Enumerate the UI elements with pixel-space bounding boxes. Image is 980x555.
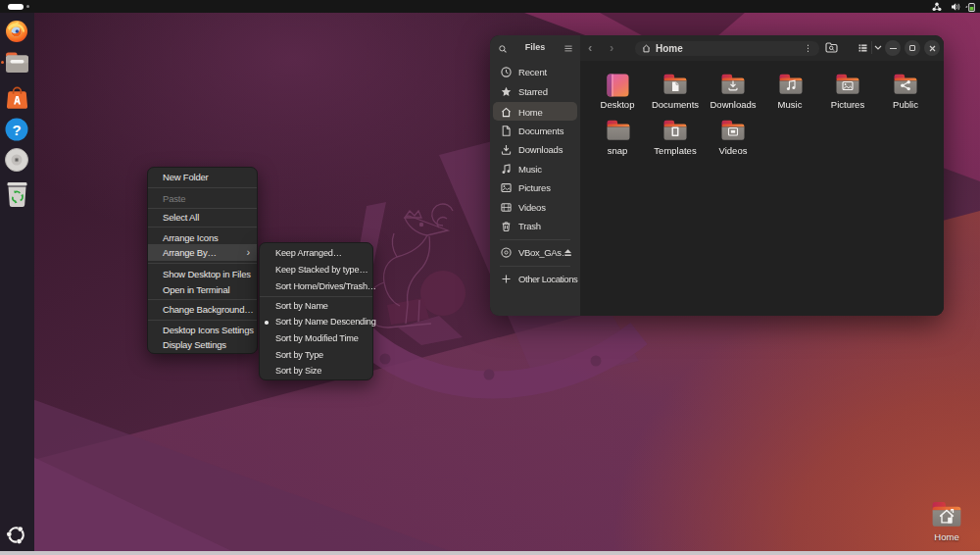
svg-text:?: ? — [12, 122, 21, 138]
